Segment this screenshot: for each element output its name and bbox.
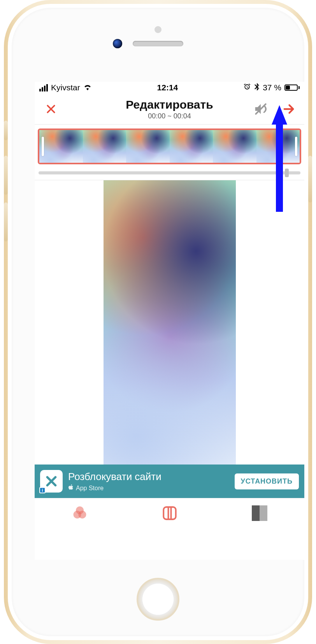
editor-nav-bar: Редактировать 00:00 ~ 00:04: [35, 93, 304, 125]
svg-point-2: [78, 510, 86, 518]
proximity-sensor: [154, 26, 162, 33]
page-title: Редактировать: [126, 98, 213, 111]
mute-switch: [4, 121, 8, 140]
timeline-thumb: [256, 130, 300, 163]
time-range-label: 00:00 ~ 00:04: [126, 112, 213, 120]
wifi-icon: [83, 83, 92, 92]
home-button[interactable]: [137, 578, 179, 621]
timeline-thumb: [126, 130, 170, 163]
phone-frame: Kyivstar 12:14 37 %: [4, 0, 312, 644]
svg-rect-3: [163, 507, 176, 519]
speaker-muted-icon: [253, 102, 268, 116]
timeline-thumb: [213, 130, 256, 163]
cellular-signal-icon: [39, 84, 48, 91]
battery-icon: [284, 84, 300, 91]
scrub-knob[interactable]: [285, 169, 289, 177]
trim-handle-left[interactable]: [42, 137, 44, 156]
pixelate-icon: [252, 505, 267, 521]
tab-filters[interactable]: [69, 503, 90, 524]
aspect-ratio-icon: [162, 505, 178, 521]
timeline-thumb: [39, 130, 83, 163]
timeline-thumb: [83, 130, 126, 163]
apple-icon: [68, 484, 74, 492]
ad-info-badge[interactable]: i: [39, 487, 46, 493]
timeline-section: [35, 125, 304, 180]
ad-store-label: App Store: [76, 485, 104, 492]
timeline-thumb: [170, 130, 213, 163]
ad-app-icon: i: [40, 470, 63, 493]
trim-timeline[interactable]: [38, 128, 301, 164]
tab-pixelate[interactable]: [249, 503, 270, 524]
close-button[interactable]: [42, 100, 60, 118]
alarm-icon: [243, 83, 251, 93]
volume-up-button: [4, 156, 8, 195]
front-camera: [113, 39, 122, 48]
earpiece-speaker: [133, 41, 183, 46]
battery-percent: 37 %: [263, 83, 281, 92]
mute-button[interactable]: [252, 100, 269, 118]
power-button: [308, 156, 312, 202]
scrub-track[interactable]: [39, 171, 300, 174]
ad-title: Розблокувати сайти: [68, 471, 162, 483]
next-button[interactable]: [280, 100, 297, 118]
volume-down-button: [4, 202, 8, 241]
video-preview[interactable]: [35, 180, 304, 465]
arrow-right-icon: [282, 102, 295, 116]
filters-icon: [71, 505, 88, 522]
close-icon: [45, 103, 57, 115]
tab-aspect[interactable]: [159, 503, 180, 524]
trim-handle-right[interactable]: [295, 137, 297, 156]
ad-text-group: Розблокувати сайти App Store: [68, 471, 162, 492]
carrier-label: Kyivstar: [51, 83, 80, 92]
preview-frame: [104, 180, 236, 465]
status-bar: Kyivstar 12:14 37 %: [35, 82, 304, 93]
ad-install-button[interactable]: УСТАНОВИТЬ: [235, 473, 299, 489]
nav-title-group: Редактировать 00:00 ~ 00:04: [126, 98, 213, 120]
bottom-toolbar: [35, 498, 304, 528]
device-screen: Kyivstar 12:14 37 %: [35, 82, 304, 560]
bluetooth-icon: [254, 83, 260, 93]
clock: 12:14: [157, 83, 178, 92]
ad-banner[interactable]: i Розблокувати сайти App Store УСТАНОВИТ…: [35, 465, 304, 498]
